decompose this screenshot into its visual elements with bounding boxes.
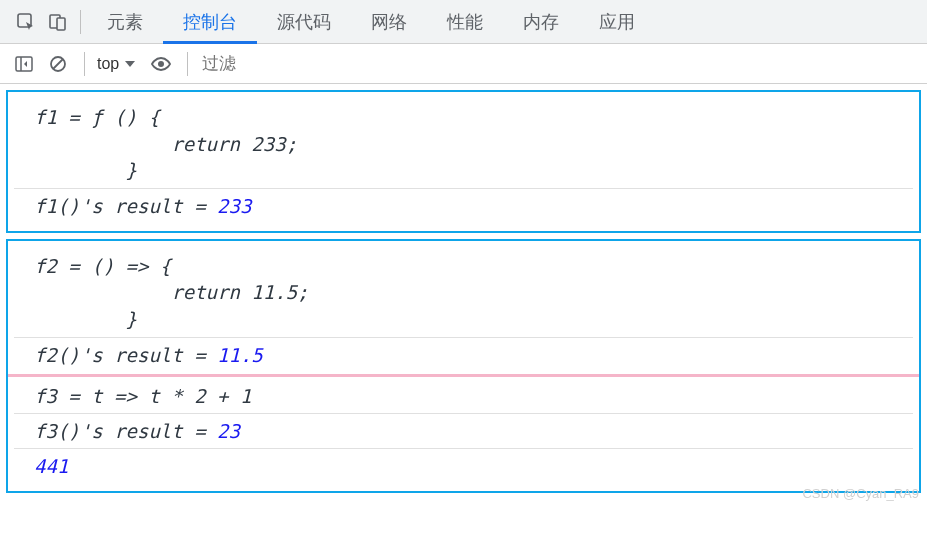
clear-console-icon[interactable] [44,50,72,78]
tab-sources[interactable]: 源代码 [257,0,351,44]
chevron-down-icon [125,59,135,69]
result-value: 11.5 [217,344,263,366]
console-toolbar: top [0,44,927,84]
watermark-text: CSDN @Cyan_RA9 [802,486,919,501]
eye-icon[interactable] [147,50,175,78]
tab-console[interactable]: 控制台 [163,0,257,44]
svg-rect-2 [57,18,65,30]
log-code: f3 = t => t * 2 + 1 [14,379,913,414]
log-result: f1()'s result = 233 [14,188,913,223]
log-code: f2 = () => { return 11.5; } [14,249,913,337]
result-label: f2()'s result = [34,344,217,366]
console-body: f1 = ƒ () { return 233; } f1()'s result … [0,84,927,505]
context-selector[interactable]: top [91,55,141,73]
result-value: 23 [217,420,240,442]
pink-divider [8,374,919,377]
device-toolbar-icon[interactable] [42,6,74,38]
filter-input[interactable] [202,54,917,74]
log-value: 441 [14,448,913,483]
svg-line-6 [53,59,63,69]
devtools-main-toolbar: 元素 控制台 源代码 网络 性能 内存 应用 [0,0,927,44]
log-result: f2()'s result = 11.5 [14,337,913,372]
result-label: f3()'s result = [34,420,217,442]
highlight-box-1: f1 = ƒ () { return 233; } f1()'s result … [6,90,921,233]
result-label: f1()'s result = [34,195,217,217]
filter-wrap [202,54,917,74]
result-value: 233 [217,195,251,217]
divider [187,52,188,76]
log-code: f1 = ƒ () { return 233; } [14,100,913,188]
show-sidebar-icon[interactable] [10,50,38,78]
inspect-element-icon[interactable] [10,6,42,38]
highlight-box-2: f2 = () => { return 11.5; } f2()'s resul… [6,239,921,493]
divider [84,52,85,76]
tab-memory[interactable]: 内存 [503,0,579,44]
divider [80,10,81,34]
tab-application[interactable]: 应用 [579,0,655,44]
tab-elements[interactable]: 元素 [87,0,163,44]
tab-network[interactable]: 网络 [351,0,427,44]
context-label: top [97,55,119,73]
tab-performance[interactable]: 性能 [427,0,503,44]
svg-point-7 [158,61,164,67]
log-result: f3()'s result = 23 [14,413,913,448]
